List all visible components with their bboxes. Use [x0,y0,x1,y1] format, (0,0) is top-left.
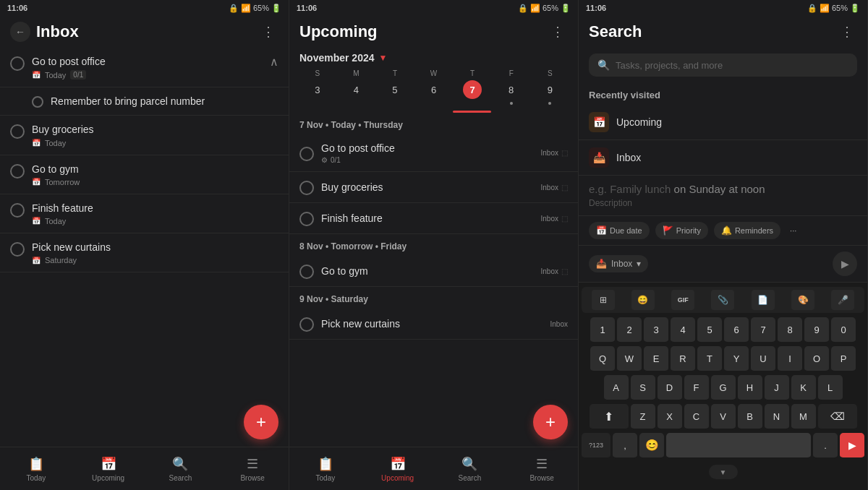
kb-collapse-button[interactable]: ▼ [709,465,738,479]
kb-key-w[interactable]: W [617,346,642,372]
kb-key-4[interactable]: 4 [671,317,695,343]
upcoming-task-item[interactable]: Finish feature Inbox ⬚ [289,203,578,234]
cal-day-wed[interactable]: W 6 [414,69,454,105]
task-circle[interactable] [10,124,25,139]
cal-day-thu[interactable]: T 7 [453,69,492,105]
kb-key-f[interactable]: F [684,375,709,401]
nav-search[interactable]: 🔍 Search [145,447,217,490]
kb-emoji-grid-button[interactable]: ⊞ [592,290,615,310]
task-circle[interactable] [299,265,314,279]
kb-key-m[interactable]: M [791,404,816,430]
task-circle[interactable] [299,181,314,195]
task-item[interactable]: Finish feature 📅 Today [0,194,289,233]
kb-key-x[interactable]: X [658,404,682,430]
cal-day-tue[interactable]: T 5 [375,69,414,105]
kb-key-l[interactable]: L [818,375,843,401]
kb-key-k[interactable]: K [791,375,816,401]
month-arrow-icon[interactable]: ▼ [379,53,388,63]
visited-item-upcoming[interactable]: 📅 Upcoming [579,105,867,140]
task-item[interactable]: Go to gym 📅 Tomorrow [0,155,289,194]
upcoming-more-button[interactable]: ⋮ [548,22,568,42]
nav-search-upcoming[interactable]: 🔍 Search [434,447,506,490]
task-circle[interactable] [299,212,314,226]
task-item[interactable]: Buy groceries 📅 Today [0,116,289,155]
kb-emoji-key[interactable]: 😊 [639,433,664,459]
kb-key-d[interactable]: D [658,375,682,401]
task-item[interactable]: Remember to bring parcel number [0,87,289,116]
nav-browse-upcoming[interactable]: ☰ Browse [506,447,578,490]
add-task-fab[interactable]: + [244,405,278,439]
kb-backspace-key[interactable]: ⌫ [818,404,857,430]
task-circle[interactable] [10,242,25,257]
kb-key-r[interactable]: R [671,346,695,372]
kb-key-8[interactable]: 8 [778,317,802,343]
kb-key-n[interactable]: N [765,404,789,430]
task-circle[interactable] [299,147,314,161]
kb-period-key[interactable]: . [813,433,838,459]
kb-palette-button[interactable]: 🎨 [791,290,814,310]
kb-key-b[interactable]: B [738,404,762,430]
kb-sticker-button[interactable]: 😄 [631,290,655,310]
visited-item-inbox[interactable]: 📥 Inbox [579,140,867,176]
upcoming-task-item[interactable]: Go to post office ⚙ 0/1 Inbox ⬚ [289,134,578,172]
kb-key-2[interactable]: 2 [617,317,642,343]
kb-key-c[interactable]: C [684,404,709,430]
task-circle[interactable] [10,56,25,71]
task-input-area[interactable]: e.g. Family lunch on Sunday at noon Desc… [579,176,867,216]
nav-upcoming[interactable]: 📅 Upcoming [72,447,145,490]
kb-key-u[interactable]: U [751,346,775,372]
nav-browse[interactable]: ☰ Browse [216,447,289,490]
kb-key-v[interactable]: V [711,404,736,430]
cal-day-fri[interactable]: F 8 [492,69,531,105]
upcoming-task-item[interactable]: Pick new curtains Inbox [289,309,578,340]
kb-key-1[interactable]: 1 [590,317,615,343]
kb-send-key[interactable]: ▶ [840,433,864,459]
kb-comma-key[interactable]: , [613,433,637,459]
kb-key-o[interactable]: O [804,346,829,372]
add-task-fab-upcoming[interactable]: + [533,405,568,439]
kb-key-5[interactable]: 5 [697,317,722,343]
back-button[interactable]: ← [10,22,30,42]
kb-key-h[interactable]: H [738,375,762,401]
kb-key-9[interactable]: 9 [804,317,829,343]
kb-key-z[interactable]: Z [631,404,655,430]
cal-day-sun[interactable]: S 3 [298,69,337,105]
kb-clip-button[interactable]: 📎 [711,290,734,310]
kb-key-0[interactable]: 0 [831,317,856,343]
kb-space-key[interactable] [666,433,811,459]
task-item[interactable]: Go to post office 📅 Today 0/1 ∧ [0,48,289,87]
upcoming-task-item[interactable]: Go to gym Inbox ⬚ [289,256,578,287]
kb-doc-button[interactable]: 📄 [752,290,775,310]
kb-mic-button[interactable]: 🎤 [831,290,854,310]
inbox-more-button[interactable]: ⋮ [258,22,278,42]
task-circle[interactable] [32,96,43,108]
kb-key-g[interactable]: G [711,375,736,401]
project-selector[interactable]: 📥 Inbox ▾ [589,255,648,272]
task-circle[interactable] [299,317,314,332]
kb-key-s[interactable]: S [631,375,655,401]
priority-button[interactable]: 🚩 Priority [655,222,708,239]
send-button[interactable]: ▶ [833,252,857,276]
nav-today-upcoming[interactable]: 📋 Today [289,447,362,490]
kb-key-y[interactable]: Y [724,346,749,372]
collapse-icon[interactable]: ∧ [270,55,278,69]
due-date-button[interactable]: 📅 Due date [589,222,650,239]
task-circle[interactable] [10,164,25,179]
kb-key-q[interactable]: Q [590,346,615,372]
kb-key-j[interactable]: J [765,375,789,401]
nav-today[interactable]: 📋 Today [0,447,72,490]
kb-key-t[interactable]: T [697,346,722,372]
kb-shift-key[interactable]: ⬆ [590,404,629,430]
task-item[interactable]: Pick new curtains 📅 Saturday [0,233,289,272]
cal-day-mon[interactable]: M 4 [337,69,376,105]
nav-upcoming-active[interactable]: 📅 Upcoming [362,447,434,490]
reminders-button[interactable]: 🔔 Reminders [714,222,780,239]
search-bar[interactable]: 🔍 Tasks, projects, and more [589,53,857,77]
kb-gif-button[interactable]: GIF [671,290,694,310]
upcoming-task-item[interactable]: Buy groceries Inbox ⬚ [289,172,578,203]
kb-symbols-key[interactable]: ?123 [582,433,610,459]
kb-key-p[interactable]: P [831,346,856,372]
task-circle[interactable] [10,203,25,218]
more-actions-button[interactable]: ··· [786,223,800,238]
kb-key-6[interactable]: 6 [724,317,749,343]
